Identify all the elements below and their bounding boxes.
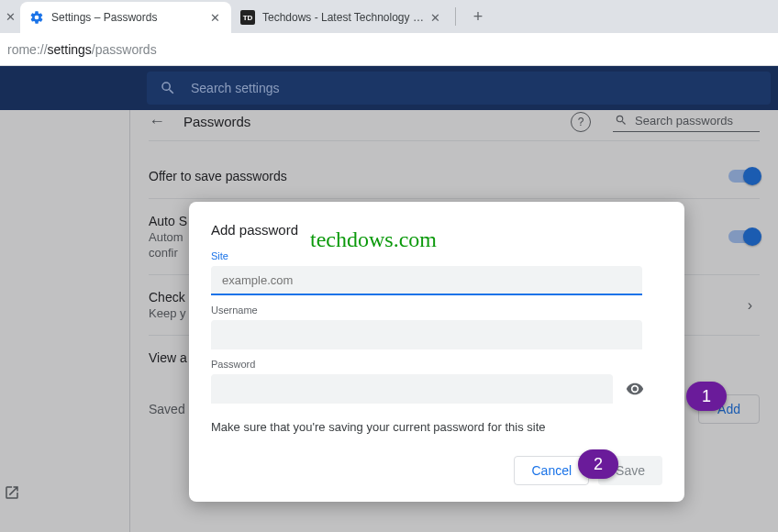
eye-icon[interactable] (626, 380, 644, 398)
close-icon[interactable]: ✕ (428, 10, 442, 25)
modal-scrim-top (0, 66, 778, 110)
tab-settings[interactable]: Settings – Passwords ✕ (20, 2, 231, 33)
password-label: Password (211, 359, 662, 370)
url-text: rome://settings/passwords (7, 42, 157, 57)
watermark-text: techdows.com (310, 227, 437, 252)
gear-icon (29, 10, 44, 25)
tab-title: Settings – Passwords (51, 11, 207, 24)
tab-techdows[interactable]: TD Techdows - Latest Technology News ✕ (231, 2, 451, 33)
address-bar[interactable]: rome://settings/passwords (0, 33, 778, 66)
dialog-hint: Make sure that you're saving your curren… (211, 420, 662, 434)
annotation-badge-1: 1 (686, 382, 727, 411)
new-tab-button[interactable]: + (465, 4, 491, 29)
tab-divider (455, 7, 456, 26)
dialog-title: Add password (211, 222, 662, 238)
site-label: Site (211, 250, 662, 261)
password-input[interactable] (211, 374, 613, 404)
tab-title: Techdows - Latest Technology News (262, 11, 428, 24)
username-input[interactable] (211, 320, 642, 349)
site-input[interactable] (211, 266, 642, 295)
close-icon[interactable]: ✕ (0, 0, 20, 33)
close-icon[interactable]: ✕ (207, 10, 222, 25)
annotation-badge-2: 2 (578, 449, 618, 479)
tab-strip: ✕ Settings – Passwords ✕ TD Techdows - L… (0, 0, 778, 33)
username-label: Username (211, 305, 662, 316)
site-favicon: TD (240, 10, 255, 25)
